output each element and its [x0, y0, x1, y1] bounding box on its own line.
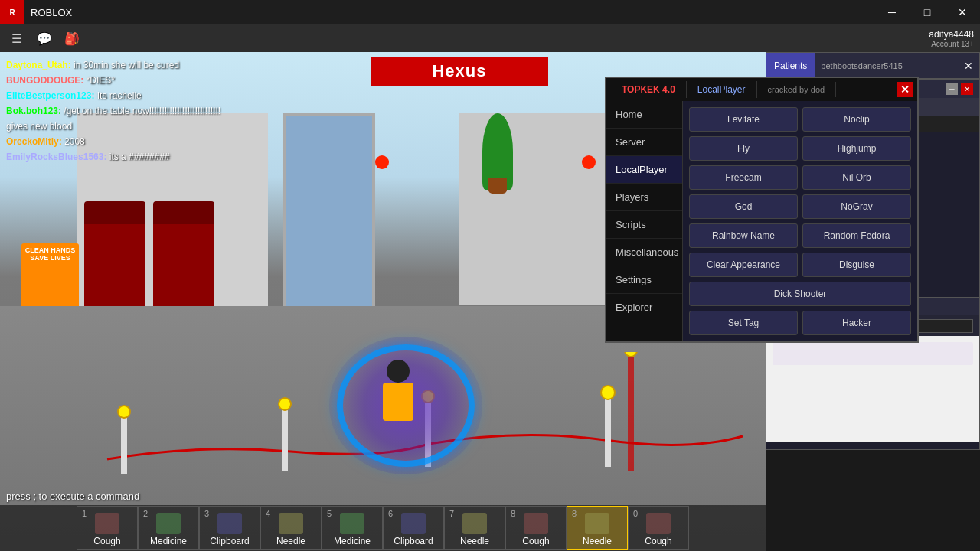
hotbar-label-5: Medicine — [334, 536, 371, 546]
bag-icon[interactable]: 🎒 — [61, 28, 83, 49]
hack-btn-freecam[interactable]: Freecam — [689, 165, 798, 190]
chat-name-3: EliteBestperson123: — [6, 90, 94, 101]
hack-btn-random-fedora[interactable]: Random Fedora — [802, 223, 911, 248]
hotbar-slot-2[interactable]: 2 Medicine — [138, 506, 199, 550]
hack-btn-nograv[interactable]: NoGrav — [802, 194, 911, 219]
chat-line-6: OreckoMitly: 2008 — [6, 135, 285, 148]
hotbar-slot-4[interactable]: 4 Needle — [260, 506, 322, 550]
chat-text-7: its a ######## — [109, 152, 170, 162]
hotbar-num-9: 8 — [572, 509, 577, 518]
patients-tab-label: Patients — [774, 60, 807, 71]
hack-nav-players[interactable]: Players — [606, 184, 682, 211]
properties-area — [766, 336, 979, 442]
door-frame — [283, 113, 375, 312]
hack-nav-scripts[interactable]: Scripts — [606, 211, 682, 239]
hotbar-slot-0[interactable]: 0 Cough — [628, 506, 689, 550]
chat-line-2: BUNGODDOUGE: *DIES* — [6, 73, 285, 87]
svg-point-7 — [601, 386, 615, 399]
hotbar-num-5: 5 — [327, 509, 332, 518]
account-label: Account 13+ — [929, 40, 974, 48]
hack-btn-nilorb[interactable]: Nil Orb — [802, 165, 911, 190]
patients-close-button[interactable]: ✕ — [958, 57, 979, 75]
chat-name-7: EmilyRocksBlues1563: — [6, 152, 106, 162]
hack-btn-hacker[interactable]: Hacker — [802, 311, 911, 335]
hotbar-slot-1[interactable]: 1 Cough — [77, 506, 138, 550]
chat-overlay: Daytona_Utah: in 30min she will be cured… — [0, 52, 291, 171]
hack-tab-localplayer[interactable]: LocalPlayer — [687, 81, 757, 98]
hack-body: Home Server LocalPlayer Players Scripts … — [606, 101, 917, 341]
hotbar-slot-9[interactable]: 8 Needle — [567, 506, 628, 550]
dex-close-button[interactable]: ✕ — [961, 83, 973, 95]
hack-nav-home[interactable]: Home — [606, 101, 682, 129]
hotbar-slot-7[interactable]: 7 Needle — [444, 506, 505, 550]
menu-icon[interactable]: ☰ — [6, 28, 28, 49]
hack-nav-server[interactable]: Server — [606, 129, 682, 156]
close-button[interactable]: ✕ — [945, 0, 980, 24]
toolbar: ☰ 💬 🎒 aditya4448 Account 13+ — [0, 24, 980, 52]
hotbar: 1 Cough 2 Medicine 3 Clipboard 4 Needle … — [0, 505, 766, 551]
hack-nav-settings[interactable]: Settings — [606, 266, 682, 294]
hotbar-icon-1 — [95, 513, 119, 534]
hack-btn-highjump[interactable]: Highjump — [802, 136, 911, 161]
hack-btn-rainbow-name[interactable]: Rainbow Name — [689, 223, 798, 248]
chair-2 — [153, 220, 214, 312]
hack-btn-dick-shooter[interactable]: Dick Shooter — [689, 282, 911, 306]
hack-menu-header: TOPKEK 4.0 LocalPlayer cracked by dod ✕ — [606, 78, 917, 101]
hack-main-panel: Levitate Noclip Fly Highjump Freecam Nil… — [683, 101, 917, 341]
hack-btn-levitate[interactable]: Levitate — [689, 107, 798, 132]
red-dot-2 — [582, 155, 596, 169]
hexus-banner-text: Hexus — [371, 57, 547, 86]
hotbar-slot-8[interactable]: 8 Cough — [505, 506, 567, 550]
chat-icon[interactable]: 💬 — [34, 28, 55, 49]
account-info: aditya4448 Account 13+ — [929, 29, 974, 48]
chair-1 — [84, 220, 145, 312]
hotbar-num-8: 8 — [511, 509, 515, 518]
plant-pot — [488, 178, 507, 194]
hotbar-label-3: Clipboard — [210, 536, 249, 546]
hack-sidebar: Home Server LocalPlayer Players Scripts … — [606, 101, 683, 341]
app-title: ROBLOX — [31, 7, 874, 18]
hotbar-slot-5[interactable]: 5 Medicine — [322, 506, 383, 550]
chat-line-4: Bok.boh123: /get on the table now!!!!!!!… — [6, 104, 285, 118]
svg-point-3 — [279, 398, 291, 410]
hotbar-num-6: 6 — [388, 509, 393, 518]
hack-btn-clear-appearance[interactable]: Clear Appearance — [689, 253, 798, 277]
hotbar-icon-6 — [401, 513, 426, 534]
patients-content: bethbootsdancer5415 — [815, 61, 908, 70]
hack-close-button[interactable]: ✕ — [897, 82, 913, 97]
hack-nav-localplayer[interactable]: LocalPlayer — [606, 156, 682, 184]
hack-btn-fly[interactable]: Fly — [689, 136, 798, 161]
hack-tab-topkek[interactable]: TOPKEK 4.0 — [611, 81, 687, 98]
dex-minimize-button[interactable]: ─ — [946, 83, 958, 95]
hotbar-label-0: Cough — [645, 536, 671, 546]
hotbar-label-9: Needle — [583, 536, 612, 546]
hack-nav-explorer[interactable]: Explorer — [606, 294, 682, 321]
maximize-button[interactable]: □ — [910, 0, 945, 24]
hotbar-num-4: 4 — [266, 509, 270, 518]
svg-point-1 — [118, 406, 130, 418]
chat-name-6: OreckoMitly: — [6, 136, 62, 147]
hack-nav-miscellaneous[interactable]: Miscellaneous — [606, 239, 682, 266]
window-controls: ─ □ ✕ — [874, 0, 980, 24]
hack-btn-set-tag[interactable]: Set Tag — [689, 311, 798, 335]
roblox-logo: R — [0, 0, 24, 24]
chat-text-6: 2008 — [64, 136, 85, 147]
hotbar-slot-3[interactable]: 3 Clipboard — [199, 506, 260, 550]
player-character — [375, 360, 421, 421]
chat-line-1: Daytona_Utah: in 30min she will be cured — [6, 58, 285, 72]
chat-line-7: EmilyRocksBlues1563: its a ######## — [6, 150, 285, 164]
chat-text-4: /get on the table now!!!!!!!!!!!!!!!!!!!… — [64, 106, 220, 116]
hack-tab-cracked[interactable]: cracked by dod — [757, 82, 837, 97]
hotbar-icon-8 — [524, 513, 548, 534]
hotbar-icon-3 — [217, 513, 242, 534]
hack-btn-noclip[interactable]: Noclip — [802, 107, 911, 132]
chat-text-3: Its rachelle — [97, 90, 142, 101]
hack-btn-disguise[interactable]: Disguise — [802, 253, 911, 277]
hotbar-slot-6[interactable]: 6 Clipboard — [383, 506, 444, 550]
hotbar-icon-2 — [156, 513, 181, 534]
hotbar-label-7: Needle — [460, 536, 489, 546]
minimize-button[interactable]: ─ — [874, 0, 910, 24]
patients-name: bethbootsdancer5415 — [821, 61, 902, 70]
patients-tab[interactable]: Patients — [766, 53, 815, 78]
hack-btn-god[interactable]: God — [689, 194, 798, 219]
